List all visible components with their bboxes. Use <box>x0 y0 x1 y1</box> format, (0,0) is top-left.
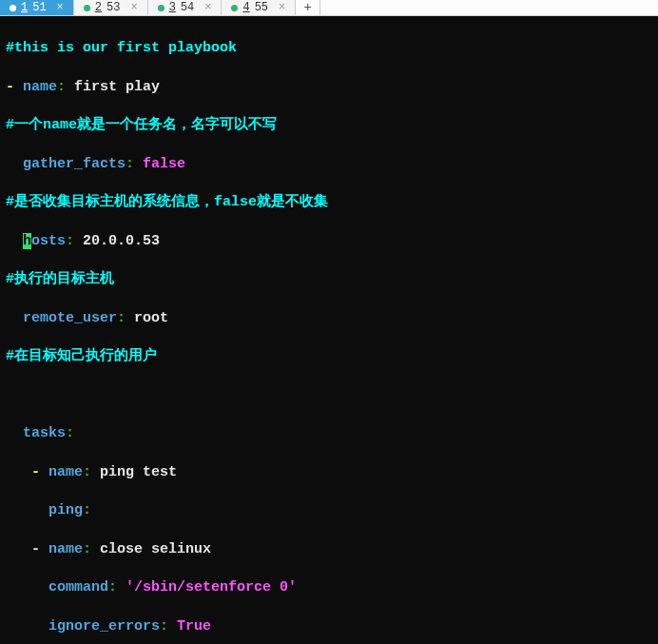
tab-num: 3 <box>169 1 176 14</box>
colon: : <box>160 618 168 634</box>
colon: : <box>66 425 74 441</box>
tab-num: 4 <box>242 1 249 14</box>
colon: : <box>83 502 91 518</box>
value-true: True <box>168 618 211 634</box>
colon: : <box>83 541 91 557</box>
key-name: name <box>23 79 57 95</box>
key-tasks: tasks <box>23 425 66 441</box>
colon: : <box>126 156 134 172</box>
tab-1[interactable]: 151 × <box>0 0 74 15</box>
close-icon[interactable]: × <box>130 1 137 14</box>
modified-dot-icon <box>10 5 16 11</box>
yaml-dash: - <box>31 541 48 557</box>
modified-dot-icon <box>158 5 164 11</box>
yaml-dash: - <box>6 79 23 95</box>
comment: #this is our first playbook <box>6 40 237 56</box>
colon: : <box>57 79 66 95</box>
close-icon[interactable]: × <box>279 1 285 14</box>
close-icon[interactable]: × <box>204 1 211 14</box>
tabbar-spacer <box>320 0 658 15</box>
comment: #执行的目标主机 <box>6 271 114 287</box>
value: 20.0.0.53 <box>74 233 160 249</box>
colon: : <box>108 579 117 595</box>
value: close selinux <box>91 541 211 557</box>
new-tab-button[interactable]: + <box>296 0 320 15</box>
colon: : <box>83 464 91 480</box>
tab-label: 53 <box>106 1 120 14</box>
tab-bar: 151 × 253 × 354 × 455 × + <box>0 0 658 16</box>
comment: #在目标知己执行的用户 <box>6 348 157 364</box>
tab-4[interactable]: 455 × <box>222 0 296 15</box>
tab-3[interactable]: 354 × <box>148 0 223 15</box>
tab-num: 2 <box>95 1 102 14</box>
tab-label: 55 <box>255 1 268 14</box>
comment: #是否收集目标主机的系统信息，false就是不收集 <box>6 194 328 210</box>
comment: #一个name就是一个任务名，名字可以不写 <box>6 117 277 133</box>
key-hosts: osts <box>31 233 66 249</box>
tab-label: 54 <box>181 1 194 14</box>
colon: : <box>66 233 74 249</box>
key-ignore-errors: ignore_errors <box>48 618 160 634</box>
tab-num: 1 <box>21 1 28 14</box>
modified-dot-icon <box>231 5 238 11</box>
close-icon[interactable]: × <box>57 1 64 14</box>
key-name: name <box>48 464 83 480</box>
key-command: command <box>48 579 108 595</box>
colon: : <box>117 310 126 326</box>
yaml-dash: - <box>31 464 48 480</box>
value: root <box>126 310 168 326</box>
value-false: false <box>134 156 185 172</box>
value: ping test <box>91 464 177 480</box>
tab-label: 51 <box>32 1 46 14</box>
tab-2[interactable]: 253 × <box>74 0 148 15</box>
value-command: '/sbin/setenforce 0' <box>117 579 297 595</box>
cursor: h <box>23 233 31 249</box>
value: first play <box>66 79 160 95</box>
key-gather-facts: gather_facts <box>23 156 126 172</box>
key-remote-user: remote_user <box>23 310 117 326</box>
code-editor[interactable]: #this is our first playbook - name: firs… <box>0 16 658 644</box>
key-ping: ping <box>48 502 83 518</box>
key-name: name <box>48 541 83 557</box>
modified-dot-icon <box>84 5 90 11</box>
